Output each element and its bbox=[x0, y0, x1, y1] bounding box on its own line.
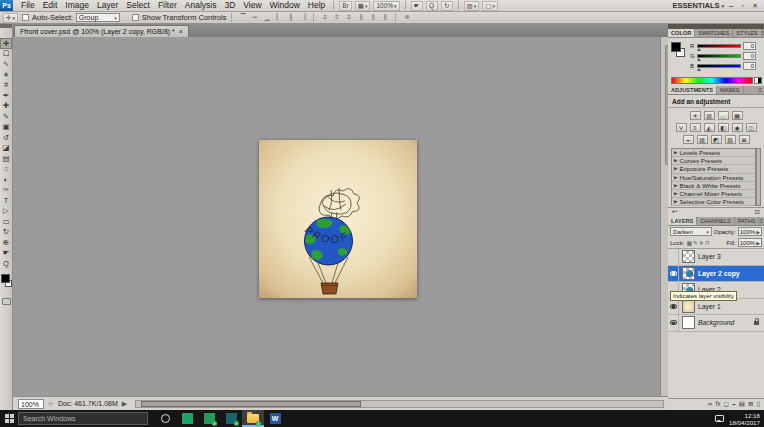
zoom-level-dropdown[interactable]: 100%▾ bbox=[373, 1, 399, 11]
rotate-view-icon[interactable]: ↻ bbox=[441, 1, 453, 11]
quick-mask-button[interactable] bbox=[2, 298, 11, 305]
channel-slider[interactable] bbox=[697, 64, 741, 68]
path-selection-tool[interactable]: ▷ bbox=[0, 206, 12, 217]
menu-item[interactable]: File bbox=[17, 0, 39, 11]
layer-row[interactable]: Layer 3 bbox=[668, 249, 764, 266]
status-flyout-icon[interactable]: ▶ bbox=[122, 400, 127, 408]
curves-icon[interactable]: ◡ bbox=[718, 111, 729, 120]
layer-thumbnail[interactable] bbox=[682, 300, 695, 313]
delete-layer-icon[interactable]: ▯ bbox=[756, 400, 760, 408]
layer-name[interactable]: Layer 2 copy bbox=[698, 270, 740, 277]
distribute-right-icon[interactable]: ∥ bbox=[379, 13, 390, 22]
view-extras-icon[interactable]: ▦▾ bbox=[355, 1, 371, 11]
selective-color-icon[interactable]: ⊠ bbox=[739, 135, 750, 144]
align-vcenter-icon[interactable]: ═ bbox=[249, 13, 260, 22]
menu-item[interactable]: 3D bbox=[220, 0, 239, 11]
preset-row[interactable]: ▶ Curves Presets bbox=[672, 157, 755, 165]
hand-tool[interactable]: ☛ bbox=[0, 248, 12, 259]
preset-row[interactable]: ▶ Black & White Presets bbox=[672, 182, 755, 190]
status-zoom-field[interactable]: 100% bbox=[18, 399, 44, 409]
crop-tool[interactable]: # bbox=[0, 80, 12, 91]
vibrance-icon[interactable]: V bbox=[676, 123, 687, 132]
taskbar-clock[interactable]: 12:18 18/04/2017 bbox=[729, 412, 760, 426]
menu-item[interactable]: Image bbox=[61, 0, 93, 11]
file-explorer-button[interactable]: ✓ bbox=[242, 410, 264, 427]
align-hcenter-icon[interactable]: ║ bbox=[285, 13, 296, 22]
channel-value-field[interactable]: 0 bbox=[743, 62, 756, 70]
scrollbar-thumb[interactable] bbox=[141, 401, 361, 407]
dodge-tool[interactable]: ◐ bbox=[0, 175, 12, 186]
link-layers-icon[interactable]: ∞ bbox=[708, 400, 713, 407]
app-button-green[interactable] bbox=[176, 410, 198, 427]
document-tab[interactable]: Ffront cover.psd @ 100% (Layer 2 copy, R… bbox=[14, 25, 189, 37]
layer-group-icon[interactable]: ▤ bbox=[739, 400, 745, 408]
horizontal-scrollbar[interactable] bbox=[135, 400, 664, 408]
presets-scrollbar[interactable] bbox=[756, 148, 761, 206]
layer-name[interactable]: Background bbox=[698, 319, 734, 326]
panel-menu-icon[interactable]: ≡ bbox=[759, 217, 764, 225]
lock-all-icon[interactable]: ⊓ bbox=[704, 240, 710, 246]
type-tool[interactable]: T bbox=[0, 196, 12, 207]
layer-mask-icon[interactable]: ◻ bbox=[723, 400, 728, 408]
zoom-tool[interactable]: Q bbox=[0, 259, 12, 270]
align-left-icon[interactable]: ▏ bbox=[273, 13, 284, 22]
move-tool-preset-icon[interactable]: ✛▾ bbox=[3, 13, 18, 23]
auto-align-layers-icon[interactable]: ⊛ bbox=[401, 13, 412, 22]
menu-item[interactable]: Window bbox=[266, 0, 304, 11]
chevron-right-icon[interactable]: ▶ bbox=[674, 166, 677, 171]
photo-filter-icon[interactable]: ◉ bbox=[732, 123, 743, 132]
channel-mixer-icon[interactable]: ◫ bbox=[746, 123, 757, 132]
channel-slider[interactable] bbox=[697, 54, 741, 58]
channel-value-field[interactable]: 0 bbox=[743, 52, 756, 60]
screen-mode-icon[interactable]: ▢▾ bbox=[482, 1, 498, 11]
chevron-right-icon[interactable]: ▶ bbox=[674, 199, 677, 204]
vertical-scrollbar[interactable] bbox=[660, 37, 668, 396]
workspace-switcher[interactable]: ESSENTIALS ▾ – ▫ × bbox=[672, 1, 764, 10]
tab-color[interactable]: COLOR bbox=[668, 29, 695, 37]
menu-item[interactable]: Edit bbox=[39, 0, 62, 11]
opacity-field[interactable]: 100%▶ bbox=[738, 227, 762, 236]
exposure-icon[interactable]: ▦ bbox=[732, 111, 743, 120]
tab-layers[interactable]: LAYERS bbox=[668, 217, 697, 225]
tab-channels[interactable]: CHANNELS bbox=[697, 217, 734, 225]
align-top-icon[interactable]: ▔ bbox=[237, 13, 248, 22]
menu-item[interactable]: View bbox=[239, 0, 265, 11]
expanded-view-icon[interactable]: ⊡ bbox=[755, 208, 760, 217]
lasso-tool[interactable]: ∿ bbox=[0, 59, 12, 70]
gradient-tool[interactable]: ▤ bbox=[0, 154, 12, 165]
tab-paths[interactable]: PATHS bbox=[735, 217, 760, 225]
preset-row[interactable]: ▶ Hue/Saturation Presets bbox=[672, 174, 755, 182]
layer-thumbnail[interactable] bbox=[682, 267, 695, 280]
eyedropper-tool[interactable]: ✒ bbox=[0, 91, 12, 102]
menu-item[interactable]: Select bbox=[122, 0, 154, 11]
visibility-toggle[interactable] bbox=[668, 249, 679, 265]
chevron-right-icon[interactable]: ▶ bbox=[674, 191, 677, 196]
spectrum-bw-end[interactable] bbox=[754, 77, 762, 84]
invert-icon[interactable]: ◒ bbox=[683, 135, 694, 144]
posterize-icon[interactable]: ▨ bbox=[697, 135, 708, 144]
arrange-documents-icon[interactable]: ▥▾ bbox=[464, 1, 480, 11]
color-spectrum-ramp[interactable] bbox=[671, 77, 753, 84]
foreground-color-swatch[interactable] bbox=[1, 274, 10, 283]
layer-row[interactable]: Background bbox=[668, 315, 764, 332]
history-brush-tool[interactable]: ↺ bbox=[0, 133, 12, 144]
zoom-tool-icon[interactable]: Q bbox=[426, 1, 438, 11]
move-tool[interactable]: ✛ bbox=[0, 38, 12, 49]
minimize-button[interactable]: – bbox=[726, 2, 736, 9]
canvas[interactable]: PROOF bbox=[259, 140, 417, 298]
marquee-tool[interactable]: ☐ bbox=[0, 49, 12, 60]
preset-row[interactable]: ▶ Selective Color Presets bbox=[672, 198, 755, 206]
auto-select-dropdown[interactable]: Group▾ bbox=[76, 13, 120, 22]
tab-styles[interactable]: STYLES bbox=[733, 29, 761, 37]
document-size-info[interactable]: Doc: 461.7K/1.08M bbox=[58, 400, 118, 407]
align-bottom-icon[interactable]: ▁ bbox=[261, 13, 272, 22]
layer-name[interactable]: Layer 1 bbox=[698, 303, 721, 310]
gradient-map-icon[interactable]: ▧ bbox=[725, 135, 736, 144]
menu-item[interactable]: Layer bbox=[93, 0, 122, 11]
close-tab-icon[interactable]: × bbox=[179, 28, 183, 35]
word-button[interactable]: W bbox=[264, 410, 286, 427]
show-transform-checkbox[interactable] bbox=[132, 14, 139, 21]
shape-tool[interactable]: ▭ bbox=[0, 217, 12, 228]
quick-selection-tool[interactable]: ∗ bbox=[0, 70, 12, 81]
photoshop-logo[interactable]: Ps bbox=[0, 0, 13, 11]
